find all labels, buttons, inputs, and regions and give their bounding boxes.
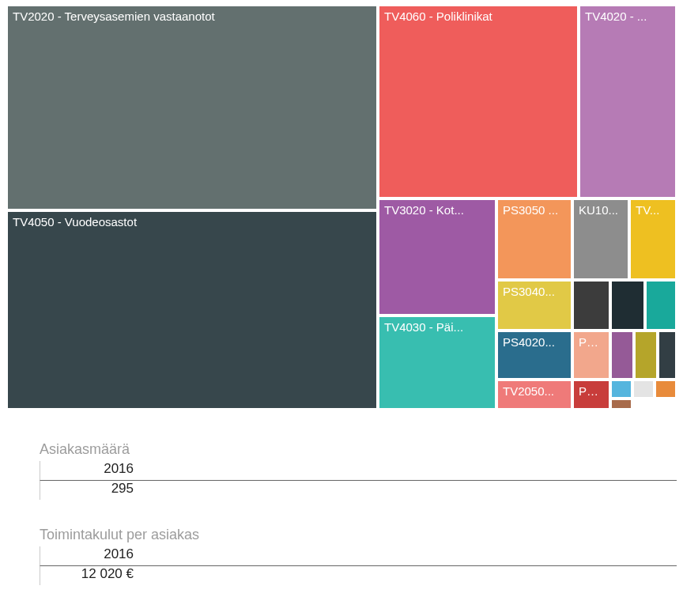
treemap-node-ps-c[interactable]: PS... — [572, 380, 610, 410]
treemap-node-small9[interactable] — [655, 380, 677, 399]
treemap-node-label: TV3020 - Kot... — [384, 203, 490, 217]
treemap-node-label: PS3040... — [503, 285, 566, 299]
treemap-node-label: TV4020 - ... — [585, 9, 670, 24]
treemap-node-tv-a[interactable]: TV... — [629, 198, 677, 280]
treemap-node-tv2050[interactable]: TV2050... — [496, 380, 572, 410]
treemap-node-small8[interactable] — [632, 380, 655, 399]
treemap-node-label: PS4020... — [503, 335, 566, 350]
treemap-node-label: KU10... — [579, 203, 623, 217]
treemap-node-tv3020[interactable]: TV3020 - Kot... — [378, 198, 496, 316]
card-year: 2016 — [40, 546, 138, 562]
treemap-node-ps-b[interactable]: PS... — [572, 331, 610, 380]
treemap-node-small4[interactable] — [610, 331, 634, 380]
treemap-node-label: TV4050 - Vuodeosastot — [13, 215, 372, 229]
summary-cards: Asiakasmäärä 2016 295 Toimintakulut per … — [40, 441, 677, 585]
treemap-node-ps3040[interactable]: PS3040... — [496, 280, 572, 331]
treemap-node-label: PS... — [579, 335, 604, 350]
treemap-node-small3[interactable] — [645, 280, 677, 331]
treemap-node-label: TV2050... — [503, 384, 566, 399]
treemap-node-tv4020[interactable]: TV4020 - ... — [579, 5, 677, 198]
card-value-row: 295 — [40, 481, 677, 500]
treemap-node-label: TV4060 - Poliklinikat — [384, 9, 572, 24]
treemap-node-tv4050[interactable]: TV4050 - Vuodeosastot — [6, 210, 378, 410]
card-year: 2016 — [40, 461, 138, 477]
treemap-node-ps3050[interactable]: PS3050 ... — [496, 198, 572, 280]
treemap-node-tv2020[interactable]: TV2020 - Terveysasemien vastaanotot — [6, 5, 378, 210]
treemap-node-small5[interactable] — [634, 331, 658, 380]
treemap-chart: TV2020 - Terveysasemien vastaanototTV405… — [6, 5, 677, 410]
card-value-row: 12 020 € — [40, 566, 677, 585]
card-value: 12 020 € — [40, 566, 138, 582]
card-title: Asiakasmäärä — [40, 441, 677, 458]
card-value: 295 — [40, 481, 138, 497]
treemap-node-label: PS... — [579, 384, 604, 399]
treemap-node-small6[interactable] — [658, 331, 677, 380]
treemap-node-label: PS3050 ... — [503, 203, 566, 217]
treemap-node-label: TV... — [636, 203, 670, 217]
card-title: Toimintakulut per asiakas — [40, 527, 677, 543]
card-customers: Asiakasmäärä 2016 295 — [40, 441, 677, 500]
treemap-node-small1[interactable] — [572, 280, 610, 331]
card-year-row: 2016 — [40, 461, 677, 481]
treemap-node-tv4060[interactable]: TV4060 - Poliklinikat — [378, 5, 579, 198]
treemap-node-small2[interactable] — [610, 280, 645, 331]
treemap-node-small7[interactable] — [610, 380, 632, 399]
treemap-node-ps4020[interactable]: PS4020... — [496, 331, 572, 380]
treemap-node-label: TV2020 - Terveysasemien vastaanotot — [13, 9, 372, 24]
treemap-node-ku10[interactable]: KU10... — [572, 198, 629, 280]
card-cost: Toimintakulut per asiakas 2016 12 020 € — [40, 527, 677, 585]
treemap-node-small10[interactable] — [610, 399, 632, 410]
card-year-row: 2016 — [40, 546, 677, 566]
treemap-node-tv4030[interactable]: TV4030 - Päi... — [378, 316, 496, 410]
treemap-node-label: TV4030 - Päi... — [384, 320, 490, 334]
